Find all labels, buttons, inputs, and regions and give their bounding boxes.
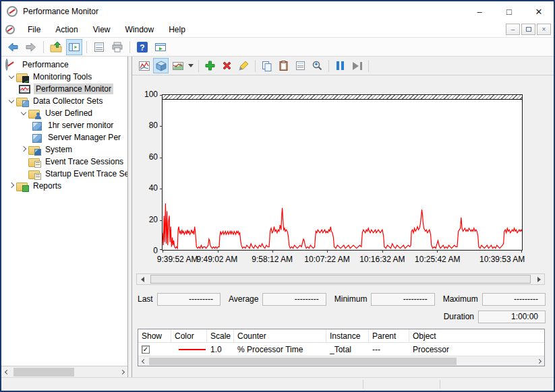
help-button[interactable]: ? [134,39,150,55]
menu-view[interactable]: View [87,23,117,36]
chevron-left-icon [4,369,9,374]
graph-type-dropdown-button[interactable] [187,58,195,73]
tree-item-user-defined[interactable]: User Defined [1,107,127,119]
view-log-data-button[interactable] [153,58,169,73]
show-checkbox[interactable]: ✓ [142,346,150,354]
processor-time-series-line [163,203,522,249]
column-header-color[interactable]: Color [171,329,207,342]
zoom-button[interactable] [310,58,325,73]
copy-properties-button[interactable] [259,58,274,73]
properties-button[interactable] [91,39,107,55]
tree-item-performance-monitor[interactable]: Performance Monitor [1,83,127,95]
maximum-label: Maximum [442,294,482,304]
column-header-instance[interactable]: Instance [326,329,369,342]
mdi-close-button[interactable]: × [537,24,551,35]
back-button[interactable] [5,39,21,55]
menu-action[interactable]: Action [49,23,84,36]
tree-item-performance[interactable]: Performance [1,59,127,71]
close-button[interactable]: ✕ [524,1,554,22]
add-counter-button[interactable] [202,58,218,73]
scrollbar-thumb[interactable] [13,368,74,377]
tree-horizontal-scrollbar[interactable] [1,366,127,377]
y-axis-label-20: 20 [132,215,158,224]
column-header-scale[interactable]: Scale [207,329,234,342]
properties-button[interactable] [293,58,308,73]
table-horizontal-scrollbar[interactable] [138,356,544,366]
scroll-left-button[interactable] [137,274,148,284]
chevron-right-icon [119,369,124,374]
chevron-left-icon [141,358,146,363]
delete-counter-button[interactable] [219,58,235,73]
tree-item-data-collector-sets[interactable]: Data Collector Sets [1,95,127,107]
tree-item-event-trace-sessions[interactable]: Event Trace Sessions [1,156,127,168]
scroll-right-button[interactable] [533,274,544,284]
menu-file[interactable]: File [22,23,47,36]
y-axis-label-60: 60 [132,152,158,162]
chevron-right-icon[interactable] [7,181,16,191]
forward-button[interactable] [23,39,39,55]
column-header-counter[interactable]: Counter [234,329,326,342]
mdi-restore-button[interactable] [521,24,535,35]
timeline-scrollbar[interactable] [136,273,545,285]
tree-item-monitoring-tools[interactable]: Monitoring Tools [1,71,127,83]
maximize-button[interactable]: □ [494,1,524,22]
toolbar-separator [198,60,199,72]
step-forward-icon [353,62,362,70]
scroll-left-button[interactable] [138,357,149,366]
scale-cell: 1.0 [207,345,234,354]
new-window-button[interactable] [152,39,169,55]
column-header-object[interactable]: Object [409,329,544,342]
column-header-show[interactable]: Show [138,329,171,342]
menu-help[interactable]: Help [163,23,192,36]
svg-text:?: ? [140,42,144,52]
print-button[interactable] [109,39,125,55]
minimize-button[interactable]: – [465,1,494,22]
object-cell: Processor [409,345,544,354]
update-data-button[interactable] [349,58,365,73]
x-axis-label: 9:49:02 AM [196,255,237,264]
view-current-activity-button[interactable] [136,58,152,73]
scroll-right-button[interactable] [533,357,544,366]
status-bar [1,377,554,391]
menu-window[interactable]: Window [119,23,160,36]
chevron-down-icon[interactable] [7,72,16,81]
paste-counter-list-button[interactable] [276,58,291,73]
duration-label: Duration [442,312,478,321]
tree-item-startup-event-trace-sessions[interactable]: Startup Event Trace Ses [1,168,127,180]
tree-item-server-manager-per[interactable]: Server Manager Per [1,131,127,143]
folder-trace-icon [28,169,40,179]
tree-item-reports[interactable]: Reports [1,180,127,192]
export-list-button[interactable] [48,39,64,55]
scrollbar-thumb[interactable] [150,275,531,284]
tree-item-label: Reports [31,181,63,191]
tree-item-label: Performance Monitor [34,84,113,94]
chevron-down-icon[interactable] [7,96,16,106]
scroll-left-button[interactable] [1,367,12,377]
tree-item-system[interactable]: System [1,143,127,156]
chevron-right-icon[interactable] [19,145,28,154]
column-header-parent[interactable]: Parent [369,329,409,342]
chevron-right-icon [536,358,541,363]
change-graph-type-button[interactable] [170,58,185,73]
scrollbar-thumb[interactable] [149,358,457,365]
tree-item-label: Monitoring Tools [31,71,94,82]
highlight-button[interactable] [236,58,252,73]
graph-type-icon [172,60,184,72]
minimum-label: Minimum [333,294,372,304]
parent-cell: --- [369,345,409,354]
scroll-right-button[interactable] [117,367,127,377]
y-axis-label-0: 0 [132,246,158,255]
mdi-minimize-button[interactable]: – [506,24,520,35]
left-triangle-icon [141,277,144,282]
folder-chart-icon [16,72,28,82]
chevron-down-icon[interactable] [19,108,28,118]
show-hide-console-tree-button[interactable] [66,39,82,55]
y-axis-label-100: 100 [132,90,158,99]
freeze-display-button[interactable] [332,58,348,73]
counter-row[interactable]: ✓ 1.0 % Processor Time _Total --- Proces… [138,343,544,356]
x-axis-label: 10:07:22 AM [304,255,349,264]
forward-arrow-icon [25,41,37,53]
x-axis-label: 10:25:42 AM [415,255,460,264]
tree-item-1hr-server-monitor[interactable]: 1hr server monitor [1,119,127,131]
tree-item-label: Data Collector Sets [31,96,105,106]
